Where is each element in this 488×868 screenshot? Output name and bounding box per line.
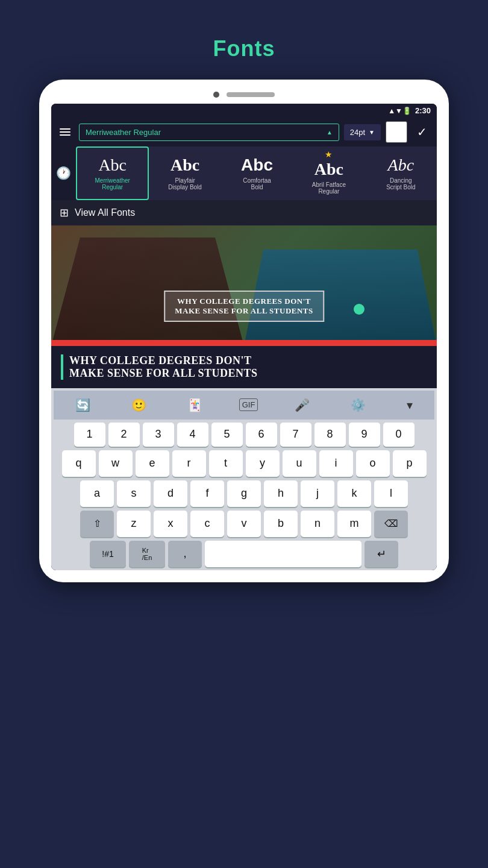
key-d[interactable]: d: [154, 480, 187, 507]
settings-button[interactable]: ⚙️: [346, 395, 371, 415]
text-style-button[interactable]: 🔄: [70, 395, 95, 415]
key-k[interactable]: k: [337, 480, 371, 507]
article-title-area: WHY COLLEGE DEGREES DON'T MAKE SENSE FOR…: [51, 346, 437, 388]
overlay-text: WHY COLLEGE DEGREES DON'TMAKE SENSE FOR …: [175, 297, 313, 316]
gif-button[interactable]: GIF: [239, 398, 258, 411]
key-w[interactable]: w: [99, 450, 133, 477]
font-card-playfair[interactable]: Abc PlayfairDisplay Bold: [149, 146, 221, 200]
article-title-line1: WHY COLLEGE DEGREES DON'T: [69, 354, 251, 366]
mic-button[interactable]: 🎤: [290, 395, 314, 415]
row-bottom: !#1 Kr/En , ↵: [54, 541, 434, 567]
font-preview-comfortaa: Abc: [241, 156, 273, 175]
key-i[interactable]: i: [319, 450, 353, 477]
key-5[interactable]: 5: [211, 423, 243, 447]
font-card-comfortaa[interactable]: Abc ComfortaaBold: [221, 146, 293, 200]
key-6[interactable]: 6: [246, 423, 277, 447]
key-c[interactable]: c: [190, 511, 224, 537]
key-s[interactable]: s: [117, 480, 151, 507]
space-key[interactable]: [205, 541, 361, 567]
sticker-button[interactable]: 🃏: [183, 395, 207, 415]
confirm-button[interactable]: ✓: [412, 122, 432, 142]
key-0[interactable]: 0: [383, 423, 414, 447]
status-time: 2:30: [415, 106, 431, 115]
key-a[interactable]: a: [80, 480, 114, 507]
key-f[interactable]: f: [190, 480, 224, 507]
comma-key[interactable]: ,: [168, 541, 202, 567]
speaker-bar: [227, 92, 275, 97]
view-all-fonts-label: View All Fonts: [75, 207, 135, 218]
menu-button[interactable]: [56, 125, 74, 139]
overlay-text-box[interactable]: WHY COLLEGE DEGREES DON'TMAKE SENSE FOR …: [164, 291, 324, 322]
grid-icon: ⊞: [60, 206, 69, 219]
key-8[interactable]: 8: [314, 423, 346, 447]
key-b[interactable]: b: [264, 511, 298, 537]
size-arrow-icon: ▼: [369, 129, 375, 136]
font-card-abril[interactable]: ★ Abc Abril FatfaceRegular: [293, 146, 364, 200]
font-preview-merriweather: Abc: [98, 156, 127, 175]
key-n[interactable]: n: [301, 511, 334, 537]
keyboard: 🔄 🙂 🃏 GIF 🎤 ⚙️ ▾ 1 2 3 4 5 6 7 8 9 0: [51, 388, 437, 570]
font-strip: 🕐 Abc MerriweatherRegular Abc PlayfairDi…: [51, 146, 437, 200]
red-accent-bar: [51, 340, 437, 346]
key-p[interactable]: p: [393, 450, 427, 477]
size-selector[interactable]: 24pt ▼: [344, 124, 381, 140]
key-9[interactable]: 9: [349, 423, 380, 447]
font-name-label: Merriweather Regular: [86, 128, 161, 137]
status-bar: ▲▼🔋 2:30: [51, 104, 437, 118]
drag-handle[interactable]: [354, 304, 364, 315]
article-image-bg: [51, 225, 437, 346]
article-image-area: WHY COLLEGE DEGREES DON'TMAKE SENSE FOR …: [51, 225, 437, 346]
favorite-star-icon: ★: [325, 149, 333, 159]
key-7[interactable]: 7: [280, 423, 311, 447]
font-preview-dancing: Abc: [388, 156, 414, 175]
key-2[interactable]: 2: [108, 423, 140, 447]
emoji-button[interactable]: 🙂: [127, 395, 151, 415]
row-qwerty: q w e r t y u i o p: [54, 450, 434, 477]
enter-key[interactable]: ↵: [364, 541, 398, 567]
article-title: WHY COLLEGE DEGREES DON'T MAKE SENSE FOR…: [61, 354, 427, 380]
camera-dot: [213, 92, 219, 98]
article-title-line2: MAKE SENSE FOR ALL STUDENTS: [69, 367, 258, 379]
font-history-button[interactable]: 🕐: [51, 146, 76, 200]
key-o[interactable]: o: [356, 450, 390, 477]
key-m[interactable]: m: [337, 511, 371, 537]
key-l[interactable]: l: [374, 480, 408, 507]
collapse-button[interactable]: ▾: [402, 395, 418, 415]
font-card-merriweather[interactable]: Abc MerriweatherRegular: [76, 146, 149, 200]
key-3[interactable]: 3: [143, 423, 174, 447]
shift-key[interactable]: ⇧: [80, 511, 114, 537]
key-y[interactable]: y: [246, 450, 280, 477]
key-h[interactable]: h: [264, 480, 298, 507]
row-zxcv: ⇧ z x c v b n m ⌫: [54, 511, 434, 537]
signal-icon: ▲▼🔋: [388, 107, 411, 115]
symbols-key[interactable]: !#1: [90, 541, 126, 567]
key-u[interactable]: u: [283, 450, 316, 477]
font-arrow-icon: ▲: [327, 129, 333, 136]
row-asdf: a s d f g h j k l: [54, 480, 434, 507]
view-all-fonts-row[interactable]: ⊞ View All Fonts: [51, 200, 437, 225]
keyboard-toolbar: 🔄 🙂 🃏 GIF 🎤 ⚙️ ▾: [54, 391, 434, 420]
backspace-key[interactable]: ⌫: [374, 511, 408, 537]
lang-key[interactable]: Kr/En: [129, 541, 165, 567]
key-4[interactable]: 4: [177, 423, 208, 447]
font-selector[interactable]: Merriweather Regular ▲: [79, 124, 339, 141]
key-q[interactable]: q: [62, 450, 96, 477]
key-g[interactable]: g: [227, 480, 261, 507]
phone-screen: ▲▼🔋 2:30 Merriweather Regular ▲ 24pt ▼ ✓…: [51, 104, 437, 570]
phone-device: ▲▼🔋 2:30 Merriweather Regular ▲ 24pt ▼ ✓…: [39, 80, 449, 582]
people-silhouette: [51, 225, 437, 346]
color-selector[interactable]: [386, 121, 407, 143]
key-e[interactable]: e: [136, 450, 169, 477]
font-cards-container: Abc MerriweatherRegular Abc PlayfairDisp…: [76, 146, 437, 200]
key-r[interactable]: r: [172, 450, 206, 477]
key-1[interactable]: 1: [74, 423, 105, 447]
key-v[interactable]: v: [227, 511, 261, 537]
key-z[interactable]: z: [117, 511, 151, 537]
app-toolbar: Merriweather Regular ▲ 24pt ▼ ✓: [51, 118, 437, 146]
key-j[interactable]: j: [301, 480, 334, 507]
key-t[interactable]: t: [209, 450, 243, 477]
key-x[interactable]: x: [154, 511, 187, 537]
font-label-dancing: DancingScript Bold: [386, 177, 415, 190]
font-card-dancing[interactable]: Abc DancingScript Bold: [365, 146, 437, 200]
font-size-label: 24pt: [350, 128, 365, 137]
